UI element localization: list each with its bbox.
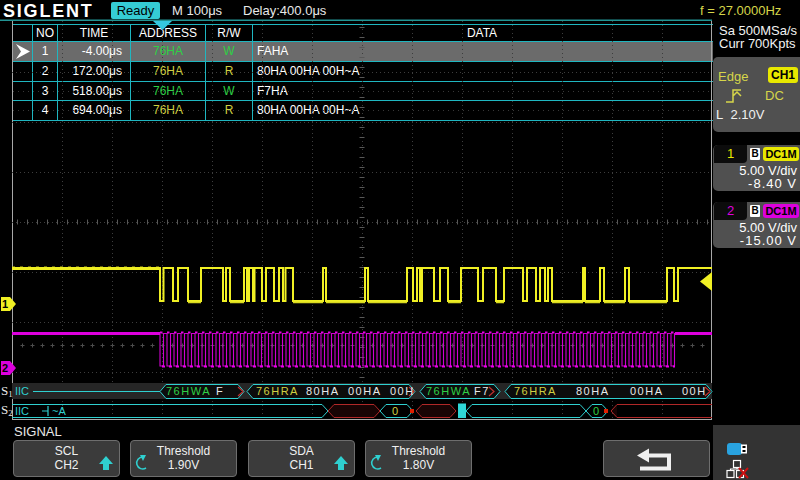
svg-text:1: 1 <box>2 298 8 310</box>
svg-text:00HA: 00HA <box>630 385 664 397</box>
svg-text:IIC: IIC <box>15 405 29 417</box>
svg-text:00H: 00H <box>682 385 707 397</box>
svg-text:F: F <box>216 385 224 397</box>
svg-text:0: 0 <box>392 405 398 417</box>
svg-text:2: 2 <box>2 362 8 374</box>
svg-text:IIC: IIC <box>15 385 29 397</box>
svg-text:76HWA: 76HWA <box>166 385 211 397</box>
svg-text:S1: S1 <box>1 383 13 399</box>
svg-text:00H: 00H <box>390 385 415 397</box>
svg-text:00HA: 00HA <box>348 385 382 397</box>
svg-text:S2: S2 <box>1 402 13 418</box>
svg-text:80HA: 80HA <box>306 385 340 397</box>
svg-text:76HRA: 76HRA <box>256 385 299 397</box>
svg-text:80HA: 80HA <box>576 385 610 397</box>
svg-text:F7: F7 <box>474 385 490 397</box>
svg-text:76HRA: 76HRA <box>514 385 557 397</box>
svg-text:76HWA: 76HWA <box>426 385 471 397</box>
svg-text:0: 0 <box>593 405 599 417</box>
svg-text:~A: ~A <box>52 405 66 417</box>
